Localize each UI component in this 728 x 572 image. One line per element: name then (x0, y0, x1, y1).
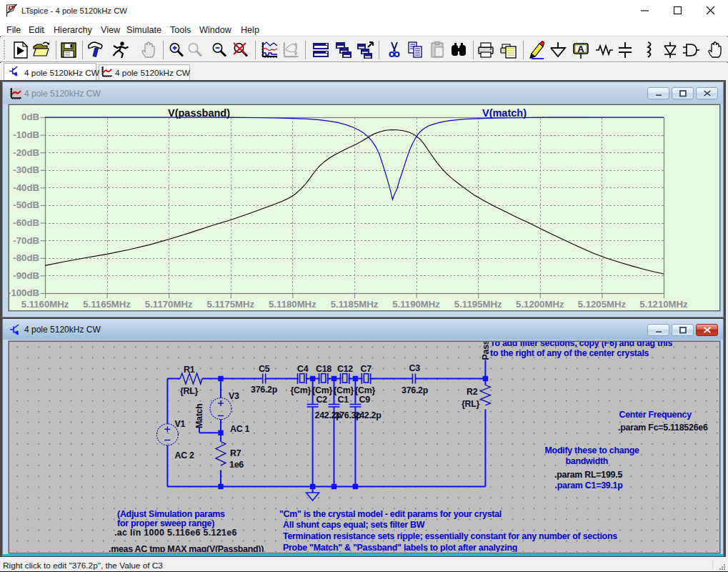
svg-text:{Cm}: {Cm} (312, 385, 333, 395)
svg-text:5.1190MHz: 5.1190MHz (392, 299, 440, 310)
svg-text:bandwidth: bandwidth (566, 455, 609, 465)
svg-text:-90dB: -90dB (13, 270, 39, 280)
svg-text:C12: C12 (337, 364, 353, 374)
svg-text:-60dB: -60dB (13, 217, 39, 228)
svg-text:0dB: 0dB (21, 112, 39, 122)
svg-text:Passb: Passb (481, 342, 491, 360)
svg-text:C9: C9 (359, 395, 371, 405)
svg-text:V(match): V(match) (482, 107, 527, 119)
svg-text:C2: C2 (316, 395, 328, 405)
svg-text:.meas AC tmp MAX mag(V(Passban: .meas AC tmp MAX mag(V(Passband)) (109, 543, 264, 552)
svg-text:Termination resistance sets ri: Termination resistance sets ripple; esse… (283, 531, 617, 541)
svg-text:C5: C5 (259, 364, 270, 374)
svg-text:"Cm" is the crystal model - ed: "Cm" is the crystal model - edit params … (279, 508, 502, 518)
svg-text:Modify these to change: Modify these to change (545, 445, 640, 455)
svg-text:Match: Match (194, 403, 204, 428)
svg-text:(Adjust Simulation params: (Adjust Simulation params (117, 509, 225, 519)
svg-text:5.1210MHz: 5.1210MHz (639, 299, 688, 310)
svg-text:V3: V3 (229, 390, 239, 400)
svg-text:5.1185MHz: 5.1185MHz (331, 299, 379, 310)
svg-text:-40dB: -40dB (13, 182, 39, 192)
svg-text:to the right of any of the cen: to the right of any of the center crysta… (490, 348, 649, 358)
svg-text:All shunt caps equal; sets fil: All shunt caps equal; sets filter BW (283, 520, 425, 530)
svg-text:.param Fc=5.118526e6: .param Fc=5.118526e6 (618, 423, 708, 433)
svg-text:5.1165MHz: 5.1165MHz (83, 299, 131, 310)
svg-text:-70dB: -70dB (13, 235, 39, 245)
svg-text:5.1195MHz: 5.1195MHz (454, 299, 502, 310)
svg-text:AC 2: AC 2 (175, 450, 195, 460)
svg-text:{Cm}: {Cm} (334, 385, 354, 395)
svg-text:{RL}: {RL} (180, 385, 199, 395)
svg-text:C3: C3 (409, 363, 421, 373)
svg-text:C4: C4 (297, 364, 309, 374)
svg-text:A: A (577, 44, 584, 54)
svg-text:R7: R7 (230, 448, 241, 458)
svg-text:To add filter sections, copy (: To add filter sections, copy (F6) and dr… (490, 342, 672, 348)
svg-text:.ac lin 1000 5.116e6 5.121e6: .ac lin 1000 5.116e6 5.121e6 (114, 528, 237, 538)
svg-text:Center Frequency: Center Frequency (619, 410, 692, 420)
svg-text:5.1180MHz: 5.1180MHz (269, 299, 316, 310)
svg-text:5.1205MHz: 5.1205MHz (578, 299, 627, 310)
svg-text:376.2p: 376.2p (402, 385, 429, 395)
svg-text:5.1175MHz: 5.1175MHz (206, 299, 254, 310)
svg-text:-30dB: -30dB (13, 164, 39, 175)
svg-text:{Cm}: {Cm} (291, 385, 311, 395)
svg-text:1e6: 1e6 (229, 459, 244, 469)
svg-text:-80dB: -80dB (13, 252, 39, 263)
svg-text:C18: C18 (316, 364, 331, 374)
svg-text:{Cm}: {Cm} (355, 385, 376, 395)
svg-text:R1: R1 (184, 364, 195, 374)
svg-text:5.1170MHz: 5.1170MHz (145, 299, 193, 310)
svg-text:R2: R2 (467, 386, 478, 396)
svg-text:242.2p: 242.2p (355, 410, 382, 420)
svg-text:5.1160MHz: 5.1160MHz (21, 299, 69, 310)
svg-text:.param C1=39.1p: .param C1=39.1p (555, 480, 624, 490)
svg-text:376.2p: 376.2p (251, 384, 278, 394)
svg-text:{RL}: {RL} (462, 399, 480, 409)
svg-text:-50dB: -50dB (13, 199, 39, 210)
svg-text:-100dB: -100dB (9, 287, 39, 298)
svg-text:for proper sweep range): for proper sweep range) (117, 518, 214, 528)
svg-text:Probe "Match" & "Passband" lab: Probe "Match" & "Passband" labels to plo… (283, 543, 517, 552)
svg-text:C7: C7 (361, 364, 372, 374)
svg-text:.param RL=199.5: .param RL=199.5 (554, 470, 622, 480)
svg-text:AC 1: AC 1 (230, 423, 250, 433)
svg-text:5.1200MHz: 5.1200MHz (516, 299, 564, 310)
svg-text:-20dB: -20dB (13, 147, 39, 157)
svg-text:-10dB: -10dB (13, 129, 39, 140)
svg-text:C1: C1 (338, 395, 349, 405)
svg-text:V1: V1 (175, 419, 186, 429)
